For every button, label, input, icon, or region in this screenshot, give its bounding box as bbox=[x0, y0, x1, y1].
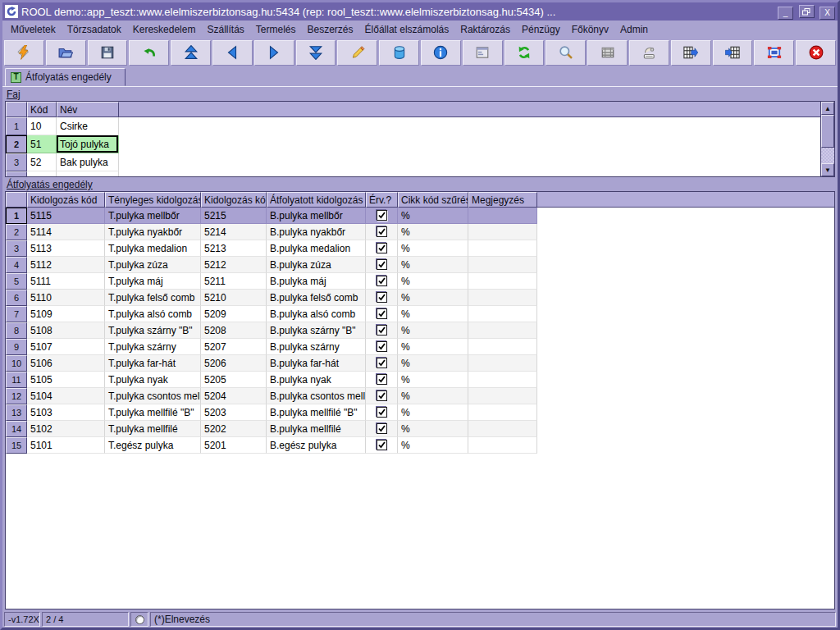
app-logo-icon[interactable] bbox=[5, 5, 18, 18]
menu-item-penzugy[interactable]: Pénzügy bbox=[516, 21, 566, 38]
erv-cell[interactable] bbox=[366, 240, 398, 257]
cikk-kod-szures-cell[interactable]: % bbox=[398, 290, 468, 306]
kidolgozas-kod2-cell[interactable]: 5203 bbox=[201, 404, 267, 421]
tenyleges-kidolgozas-cell[interactable]: T.pulyka nyak bbox=[105, 372, 201, 388]
cikk-kod-szures-cell[interactable]: % bbox=[398, 257, 468, 273]
kidolgozas-kod-cell[interactable]: 5105 bbox=[27, 372, 105, 388]
megjegyzes-cell[interactable] bbox=[468, 421, 537, 437]
tenyleges-kidolgozas-cell[interactable]: T.pulyka alsó comb bbox=[105, 306, 201, 322]
engedely-row[interactable]: 135103T.pulyka mellfilé "B"5203B.pulyka … bbox=[6, 404, 834, 421]
kidolgozas-kod2-cell[interactable]: 5215 bbox=[201, 208, 267, 224]
row-number-cell[interactable]: 4 bbox=[6, 171, 27, 177]
row-number-cell[interactable]: 2 bbox=[6, 135, 27, 153]
erv-cell[interactable] bbox=[366, 437, 398, 454]
atfolyatott-kidolgozas-cell[interactable]: B.pulyka mellfilé "B" bbox=[267, 404, 366, 421]
megjegyzes-cell[interactable] bbox=[468, 306, 537, 322]
kidolgozas-kod2-cell[interactable]: 5205 bbox=[201, 372, 267, 388]
kidolgozas-kod-cell[interactable]: 5112 bbox=[27, 257, 105, 273]
kidolgozas-kod2-cell[interactable]: 5204 bbox=[201, 388, 267, 404]
connect-button[interactable] bbox=[4, 40, 44, 66]
engedely-row[interactable]: 45112T.pulyka zúza5212B.pulyka zúza% bbox=[6, 257, 834, 273]
kidolgozas-kod2-cell[interactable]: 5202 bbox=[201, 421, 267, 437]
erv-checkbox[interactable] bbox=[377, 276, 387, 286]
menu-item-torzsadatok[interactable]: Törzsadatok bbox=[62, 21, 127, 38]
edit-button[interactable] bbox=[337, 40, 377, 66]
faj-nev-cell[interactable]: Tojó pulyka bbox=[57, 135, 119, 153]
tenyleges-kidolgozas-cell[interactable]: T.pulyka mellfilé "B" bbox=[105, 404, 201, 421]
megjegyzes-cell[interactable] bbox=[468, 355, 537, 372]
atfolyatott-kidolgozas-cell[interactable]: B.pulyka alsó comb bbox=[267, 306, 366, 322]
header-corner-cell[interactable] bbox=[6, 192, 27, 208]
cikk-kod-szures-cell[interactable]: % bbox=[398, 240, 468, 257]
atfolyatott-kidolgozas-cell[interactable]: B.pulyka far-hát bbox=[267, 355, 366, 372]
cikk-kod-szures-cell[interactable]: % bbox=[398, 322, 468, 339]
row-number-cell[interactable]: 15 bbox=[6, 437, 27, 454]
row-number-cell[interactable]: 12 bbox=[6, 388, 27, 404]
faj-nev-cell[interactable]: Bak pulyka bbox=[57, 153, 119, 171]
layout-button[interactable] bbox=[754, 40, 794, 66]
save-button[interactable] bbox=[88, 40, 128, 66]
engedely-label[interactable]: Átfolyatás engedély bbox=[5, 177, 835, 191]
atfolyatott-kidolgozas-cell[interactable]: B.pulyka nyakbőr bbox=[267, 224, 366, 240]
row-number-cell[interactable]: 4 bbox=[6, 257, 27, 273]
tenyleges-kidolgozas-cell[interactable]: T.pulyka szárny "B" bbox=[105, 322, 201, 339]
close-button[interactable]: X bbox=[819, 7, 835, 20]
atfolyatott-kidolgozas-cell[interactable]: B.pulyka mellfilé bbox=[267, 421, 366, 437]
megjegyzes-cell[interactable] bbox=[468, 388, 537, 404]
row-number-cell[interactable]: 1 bbox=[6, 208, 27, 224]
kidolgozas-kod-cell[interactable]: 5110 bbox=[27, 290, 105, 306]
menu-item-admin[interactable]: Admin bbox=[614, 21, 654, 38]
tenyleges-kidolgozas-cell[interactable]: T.pulyka far-hát bbox=[105, 355, 201, 372]
kidolgozas-kod2-cell[interactable]: 5207 bbox=[201, 339, 267, 355]
faj-nev-cell[interactable]: sertés bbox=[57, 171, 119, 177]
tenyleges-kidolgozas-cell[interactable]: T.pulyka mellbőr bbox=[105, 208, 201, 224]
kidolgozas-kod-cell[interactable]: 5108 bbox=[27, 322, 105, 339]
import-button[interactable] bbox=[713, 40, 753, 66]
cikk-kod-szures-cell[interactable]: % bbox=[398, 355, 468, 372]
column-header-kidolgozas-kod[interactable]: Kidolgozás kód bbox=[27, 192, 105, 208]
kidolgozas-kod2-cell[interactable]: 5214 bbox=[201, 224, 267, 240]
faj-label[interactable]: Faj bbox=[5, 87, 835, 101]
megjegyzes-cell[interactable] bbox=[468, 224, 537, 240]
search-button[interactable] bbox=[546, 40, 586, 66]
erv-cell[interactable] bbox=[366, 306, 398, 322]
row-number-cell[interactable]: 7 bbox=[6, 306, 27, 322]
erv-cell[interactable] bbox=[366, 339, 398, 355]
tenyleges-kidolgozas-cell[interactable]: T.pulyka máj bbox=[105, 273, 201, 290]
column-header-erv-[interactable]: Érv.? bbox=[366, 192, 398, 208]
faj-nev-cell[interactable]: Csirke bbox=[57, 117, 119, 135]
erv-checkbox[interactable] bbox=[377, 423, 387, 434]
megjegyzes-cell[interactable] bbox=[468, 290, 537, 306]
refresh-button[interactable] bbox=[504, 40, 545, 66]
menu-item-raktarozas[interactable]: Raktározás bbox=[454, 21, 516, 38]
row-number-cell[interactable]: 3 bbox=[6, 240, 27, 257]
cikk-kod-szures-cell[interactable]: % bbox=[398, 421, 468, 437]
kidolgozas-kod2-cell[interactable]: 5212 bbox=[201, 257, 267, 273]
erv-checkbox[interactable] bbox=[377, 308, 387, 319]
atfolyatott-kidolgozas-cell[interactable]: B.pulyka medalion bbox=[267, 240, 366, 257]
erv-checkbox[interactable] bbox=[377, 292, 387, 303]
kidolgozas-kod-cell[interactable]: 5104 bbox=[27, 388, 105, 404]
atfolyatott-kidolgozas-cell[interactable]: B.pulyka nyak bbox=[267, 372, 366, 388]
row-number-cell[interactable]: 2 bbox=[6, 224, 27, 240]
kidolgozas-kod2-cell[interactable]: 5208 bbox=[201, 322, 267, 339]
scroll-down-icon[interactable]: ▼ bbox=[821, 163, 834, 176]
erv-cell[interactable] bbox=[366, 404, 398, 421]
megjegyzes-cell[interactable] bbox=[468, 257, 537, 273]
engedely-row[interactable]: 125104T.pulyka csontos mell5204B.pulyka … bbox=[6, 388, 834, 404]
megjegyzes-cell[interactable] bbox=[468, 208, 537, 224]
restore-button[interactable] bbox=[799, 5, 815, 18]
kidolgozas-kod2-cell[interactable]: 5211 bbox=[201, 273, 267, 290]
tenyleges-kidolgozas-cell[interactable]: T.pulyka medalion bbox=[105, 240, 201, 257]
menu-item-fokonyv[interactable]: Főkönyv bbox=[566, 21, 614, 38]
export-button[interactable] bbox=[671, 40, 711, 66]
faj-scrollbar[interactable]: ▲ ▼ bbox=[820, 102, 834, 176]
column-header-cikk-kod-szures[interactable]: Cikk kód szűrés bbox=[398, 192, 468, 208]
engedely-row[interactable]: 85108T.pulyka szárny "B"5208B.pulyka szá… bbox=[6, 322, 834, 339]
row-number-cell[interactable]: 10 bbox=[6, 355, 27, 372]
tenyleges-kidolgozas-cell[interactable]: T.pulyka szárny bbox=[105, 339, 201, 355]
kidolgozas-kod-cell[interactable]: 5101 bbox=[27, 437, 105, 454]
erv-cell[interactable] bbox=[366, 273, 398, 290]
next-record-button[interactable] bbox=[254, 40, 294, 66]
faj-kod-cell[interactable]: 70 bbox=[27, 171, 57, 177]
